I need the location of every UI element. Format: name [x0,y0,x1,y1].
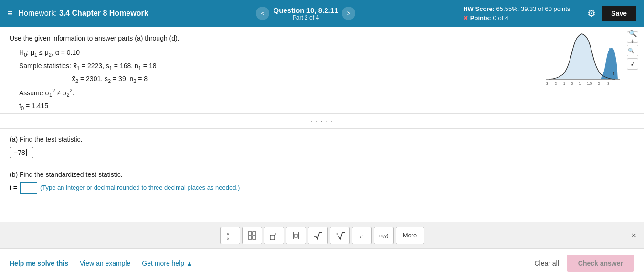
matrix-button[interactable] [242,227,262,244]
svg-text:1.5: 1.5 [587,82,592,86]
part-a-section: (a) Find the test statistic. −78 [10,135,634,164]
zoom-controls: 🔍+ 🔍− ⤢ [627,31,638,70]
math-toolbar: ab n n ·,· (x,y) More × [0,222,644,248]
title-text: 3.4 Chapter 8 Homework [59,9,148,17]
nth-root-button[interactable]: n [330,227,350,244]
sample-line1: Sample statistics: x̄1 = 2223, s1 = 168,… [19,60,634,73]
svg-rect-20 [270,235,275,240]
bell-curve-graph: t -3 -2 -1 0 1 1.5 2 3 [544,31,625,98]
points-line: ✖ Points: 0 of 4 [463,13,570,23]
view-example-button[interactable]: View an example [74,256,136,271]
header-actions: ⚙ Save [587,6,636,21]
svg-text:2: 2 [598,82,600,86]
help-me-solve-button[interactable]: Help me solve this [10,256,74,271]
svg-rect-24 [295,234,297,237]
more-button[interactable]: More [396,227,424,244]
question-subtitle: Part 2 of 4 [273,14,338,21]
svg-text:(x,y): (x,y) [379,233,388,238]
svg-rect-18 [248,236,252,239]
t-equals-label: t = [10,184,17,192]
svg-text:0: 0 [571,82,573,86]
assume-line: Assume σ12 ≠ σ22. [19,86,634,100]
t-input-row: t = (Type an integer or decimal rounded … [10,182,634,194]
section-divider: · · · · · [0,113,644,129]
svg-text:n: n [336,232,338,235]
fraction-button[interactable]: ab [220,227,240,244]
part-a-answer-value: −78 [14,149,25,156]
svg-text:-1: -1 [562,82,566,86]
title-prefix: Homework: [19,9,57,17]
score-info: HW Score: 65.55%, 39.33 of 60 points ✖ P… [463,4,570,23]
hw-score-line: HW Score: 65.55%, 39.33 of 60 points [463,4,570,14]
save-button[interactable]: Save [602,6,636,21]
svg-rect-17 [253,232,256,235]
part-b-label: (b) Find the standardized test statistic… [10,171,634,178]
points-label: Points: [470,14,491,21]
clear-all-button[interactable]: Clear all [527,256,566,271]
svg-text:·,·: ·,· [358,232,363,239]
part-b-section: (b) Find the standardized test statistic… [10,171,634,194]
app-header: ≡ Homework: 3.4 Chapter 8 Homework < Que… [0,0,644,27]
homework-title: Homework: 3.4 Chapter 8 Homework [19,9,148,18]
question-nav: < Question 10, 8.2.11 Part 2 of 4 > [256,6,355,21]
separator-button[interactable]: ·,· [352,227,372,244]
svg-text:1: 1 [579,82,581,86]
svg-text:3: 3 [607,82,610,86]
cursor [26,149,27,156]
sqrt-button[interactable] [308,227,328,244]
t-input-field[interactable] [20,182,37,194]
bottom-bar: Help me solve this View an example Get m… [0,248,644,277]
svg-text:-2: -2 [553,82,557,86]
svg-rect-19 [253,236,256,239]
math-block: H0: μ1 ≤ μ2, α = 0.10 Sample statistics:… [19,47,634,113]
points-value: 0 of 4 [493,14,509,21]
question-info: Question 10, 8.2.11 Part 2 of 4 [273,6,338,21]
divider-dots: · · · · · [310,118,333,124]
part-a-label: (a) Find the test statistic. [10,135,634,143]
check-answer-button[interactable]: Check answer [567,255,634,272]
svg-text:-3: -3 [545,82,549,86]
ordered-pair-button[interactable]: (x,y) [374,227,394,244]
sample-line2: x̄2 = 2301, s2 = 39, n2 = 8 [19,73,634,86]
hw-score-value: 65.55%, 39.33 of 60 points [496,5,570,12]
prev-question-button[interactable]: < [256,7,269,20]
absolute-value-button[interactable] [286,227,306,244]
problem-instruction: Use the given information to answer part… [10,34,634,42]
svg-text:a: a [227,232,229,235]
bell-curve-svg: t -3 -2 -1 0 1 1.5 2 3 [544,31,620,89]
zoom-out-button[interactable]: 🔍− [627,45,638,56]
svg-rect-16 [248,232,252,235]
settings-button[interactable]: ⚙ [587,8,596,19]
main-content: Use the given information to answer part… [0,27,644,222]
svg-text:t: t [613,71,614,76]
toolbar-close-button[interactable]: × [631,230,636,240]
t0-line: t0 = 1.415 [19,100,634,113]
get-more-help-button[interactable]: Get more help ▲ [136,256,198,271]
t-input-hint: (Type an integer or decimal rounded to t… [40,184,240,191]
expand-button[interactable]: ⤢ [627,58,638,70]
part-a-answer-box[interactable]: −78 [10,147,33,158]
hw-score-label: HW Score: [463,5,495,12]
next-question-button[interactable]: > [342,7,355,20]
svg-text:n: n [275,231,277,236]
svg-text:b: b [227,237,229,240]
points-icon: ✖ [463,14,468,21]
question-title: Question 10, 8.2.11 [273,6,338,14]
superscript-button[interactable]: n [264,227,284,244]
hypothesis-line: H0: μ1 ≤ μ2, α = 0.10 [19,47,634,60]
zoom-in-button[interactable]: 🔍+ [627,31,638,43]
menu-icon[interactable]: ≡ [8,9,13,19]
